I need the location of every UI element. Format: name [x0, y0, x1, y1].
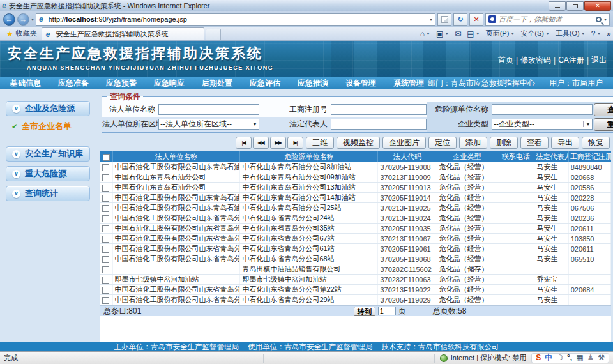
- toolbar-button-4[interactable]: 添加: [459, 137, 487, 149]
- help-menu[interactable]: ?▼: [591, 29, 602, 38]
- toolbar-button-2[interactable]: 企业图片: [382, 137, 426, 149]
- punctuation-icon[interactable]: °,: [567, 354, 572, 362]
- prev-page-button[interactable]: ◀◀: [253, 137, 269, 149]
- forward-button[interactable]: →: [17, 13, 29, 26]
- row-checkbox[interactable]: [102, 297, 109, 304]
- soft-keyboard-icon[interactable]: ▦: [576, 354, 583, 362]
- sidebar-item-active[interactable]: ✔全市企业名单: [11, 121, 89, 132]
- menu-item-2[interactable]: 应急预警: [106, 78, 137, 89]
- header-link-3[interactable]: 退出: [591, 55, 607, 66]
- sidebar-group-label: 安全生产知识库: [25, 148, 83, 160]
- home-icon[interactable]: ⌂▼: [420, 29, 430, 38]
- first-page-button[interactable]: |◀: [236, 137, 252, 149]
- select-all-checkbox[interactable]: [103, 154, 110, 161]
- row-checkbox[interactable]: [102, 225, 109, 232]
- row-checkbox[interactable]: [102, 246, 109, 253]
- row-checkbox[interactable]: [102, 164, 109, 171]
- url-field[interactable]: e http://localhost:90/yjzh/frame/homepag…: [36, 13, 435, 26]
- refresh-button[interactable]: ↻: [453, 13, 467, 26]
- reg-no-input[interactable]: [331, 104, 427, 115]
- legal-rep-input[interactable]: [331, 119, 427, 130]
- row-checkbox[interactable]: [102, 277, 109, 284]
- toolbar-button-0[interactable]: 三维: [306, 137, 334, 149]
- search-input[interactable]: 百度一下，你就知道: [499, 15, 593, 24]
- menu-item-6[interactable]: 应急推演: [298, 78, 328, 89]
- sidebar-group-3[interactable]: ∨重大危险源: [6, 166, 90, 181]
- toolbar-button-8[interactable]: 恢复: [582, 137, 610, 149]
- chevron-down-icon: ▼: [426, 31, 430, 36]
- new-tab-button[interactable]: [206, 29, 221, 40]
- toolbar-button-1[interactable]: 视频监控: [337, 137, 380, 149]
- row-checkbox[interactable]: [102, 185, 109, 192]
- row-checkbox[interactable]: [102, 266, 109, 273]
- row-checkbox[interactable]: [102, 287, 109, 294]
- page-number-input[interactable]: [378, 307, 396, 315]
- recent-pages-caret[interactable]: ▾: [31, 17, 34, 22]
- url-dropdown-caret[interactable]: ▾: [430, 17, 432, 22]
- compatibility-view-button[interactable]: [437, 13, 451, 26]
- search-button[interactable]: 查询: [594, 103, 613, 116]
- page-menu[interactable]: 页面(P)▼: [486, 29, 515, 38]
- sogou-logo-icon[interactable]: S: [536, 354, 541, 362]
- maximize-button[interactable]: [566, 1, 584, 11]
- chevron-down-icon: ∨: [12, 170, 20, 178]
- feeds-icon[interactable]: ▣▼: [436, 29, 449, 38]
- menu-item-4[interactable]: 后期处置: [202, 78, 232, 89]
- sidebar-group-0[interactable]: ∨企业及危险源: [6, 101, 90, 116]
- print-icon[interactable]: ▤▼: [467, 29, 480, 38]
- menu-item-5[interactable]: 应急评估: [250, 78, 280, 89]
- close-button[interactable]: ✕: [584, 1, 611, 11]
- wrench-icon[interactable]: ⚒: [598, 354, 605, 362]
- tools-menu[interactable]: 工具(O)▼: [556, 29, 586, 38]
- search-box[interactable]: 百度一下，你就知道 ▾: [485, 13, 610, 26]
- app-header: 安全生产应急救援指挥辅助决策系统 ANQUAN SHENGCHAN YINGJI…: [0, 41, 613, 77]
- row-checkbox[interactable]: [102, 236, 109, 243]
- safety-menu[interactable]: 安全(S)▼: [520, 29, 550, 38]
- next-page-button[interactable]: ▶▶: [270, 137, 286, 149]
- menu-item-7[interactable]: 设备管理: [345, 78, 376, 89]
- enterprise-type-select[interactable]: --企业类型--▼: [492, 119, 593, 130]
- favorites-button[interactable]: ★ 收藏夹: [2, 27, 42, 40]
- goto-page-button[interactable]: 转到: [354, 307, 375, 316]
- person-icon[interactable]: ♟: [587, 354, 594, 362]
- last-page-button[interactable]: ▶|: [287, 137, 303, 149]
- menu-item-1[interactable]: 应急准备: [58, 78, 89, 89]
- sidebar-group-2[interactable]: ∨安全生产知识库: [6, 146, 90, 162]
- more-chevron-icon[interactable]: »: [607, 29, 611, 38]
- search-caret[interactable]: ▾: [604, 17, 607, 22]
- tab-active[interactable]: e 安全生产应急救援指挥辅助决策系统: [42, 27, 204, 40]
- menu-item-3[interactable]: 应急响应: [154, 78, 185, 89]
- menu-item-8[interactable]: 系统管理: [393, 78, 424, 89]
- toolbar-button-7[interactable]: 导出: [551, 137, 579, 149]
- input-mode-icon[interactable]: 中: [545, 354, 552, 362]
- search-icon[interactable]: [596, 17, 602, 22]
- toolbar-button-3[interactable]: 定位: [428, 137, 457, 149]
- header-link-1[interactable]: 修改密码: [520, 55, 551, 66]
- reset-button[interactable]: 重置: [594, 118, 613, 131]
- feeds-icon: ▣: [436, 29, 443, 38]
- table-row: 中国石油化工股份有限公司山东省青岛分公司中石化山东省青岛分公司29站370205…: [100, 295, 611, 305]
- fullwidth-moon-icon[interactable]: ☽: [556, 354, 563, 362]
- col-header-6: 工商登记注册号: [568, 151, 610, 162]
- mail-icon[interactable]: ✉: [455, 29, 461, 38]
- hazard-name-input[interactable]: [492, 104, 593, 115]
- sidebar-group-label: 查询统计: [25, 188, 58, 199]
- corp-name-input[interactable]: [158, 104, 259, 115]
- header-link-2[interactable]: CA注册: [558, 55, 584, 66]
- minimize-button[interactable]: [549, 1, 566, 11]
- menu-item-0[interactable]: 基础信息: [10, 78, 41, 89]
- toolbar-button-5[interactable]: 删除: [490, 137, 518, 149]
- sidebar-group-4[interactable]: ∨查询统计: [6, 186, 90, 201]
- stop-button[interactable]: ✕: [469, 13, 483, 26]
- toolbar-button-6[interactable]: 查看: [520, 137, 549, 149]
- back-button[interactable]: ←: [3, 13, 15, 26]
- row-checkbox[interactable]: [102, 174, 109, 181]
- row-checkbox[interactable]: [102, 205, 109, 212]
- header-link-0[interactable]: 首页: [498, 55, 513, 66]
- region-select[interactable]: --法人单位所在区域--▼: [158, 119, 259, 130]
- row-checkbox[interactable]: [102, 215, 109, 222]
- row-checkbox[interactable]: [102, 256, 109, 263]
- row-checkbox[interactable]: [102, 195, 109, 202]
- select-all-header: [100, 151, 112, 162]
- security-zone: Internet | 保护模式: 禁用: [440, 353, 526, 363]
